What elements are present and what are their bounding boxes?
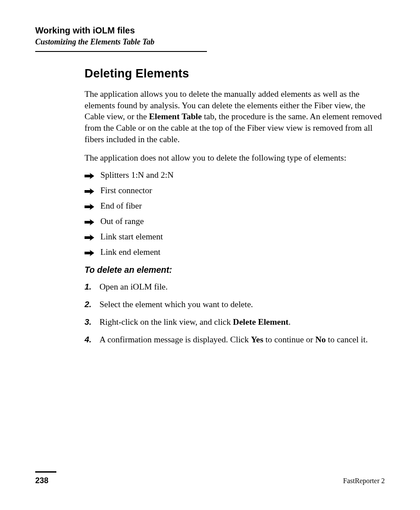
list-item: Splitters 1:N and 2:N <box>85 170 383 180</box>
bullet-text: Link start element <box>100 232 163 242</box>
step-item: 4. A confirmation message is displayed. … <box>85 334 383 345</box>
procedure-title: To delete an element: <box>85 265 383 275</box>
svg-marker-4 <box>85 235 94 241</box>
step4-bold2: No <box>315 335 326 344</box>
intro-paragraph-2: The application does not allow you to de… <box>85 152 383 164</box>
step-number: 1. <box>85 281 93 292</box>
product-name: FastReporter 2 <box>343 477 385 485</box>
header-rule <box>35 51 207 52</box>
step4-mid: to continue or <box>263 335 315 344</box>
footer-row: 238 FastReporter 2 <box>35 476 385 485</box>
bullet-text: Out of range <box>100 216 144 226</box>
step-number: 4. <box>85 334 93 345</box>
intro-paragraph-1: The application allows you to delete the… <box>85 88 383 145</box>
step-text: Select the element which you want to del… <box>99 299 383 310</box>
bullet-text: Link end element <box>100 247 160 257</box>
p1-bold: Element Table <box>149 112 202 121</box>
svg-marker-0 <box>85 173 94 179</box>
step4-before: A confirmation message is displayed. Cli… <box>99 335 251 344</box>
step-number: 3. <box>85 316 93 327</box>
step-text: A confirmation message is displayed. Cli… <box>99 334 383 345</box>
step-item: 2. Select the element which you want to … <box>85 299 383 310</box>
footer-rule <box>35 471 56 473</box>
step3-after: . <box>288 317 291 327</box>
step4-after: to cancel it. <box>326 335 368 344</box>
arrow-icon <box>85 173 94 179</box>
step3-before: Right-click on the link view, and click <box>99 317 233 327</box>
page: Working with iOLM files Customizing the … <box>0 0 420 510</box>
list-item: Link start element <box>85 232 383 242</box>
svg-marker-1 <box>85 188 94 194</box>
page-header: Working with iOLM files Customizing the … <box>35 26 385 52</box>
exclusion-list: Splitters 1:N and 2:N First connector En… <box>85 170 383 257</box>
step-item: 1. Open an iOLM file. <box>85 281 383 293</box>
content-area: Deleting Elements The application allows… <box>85 67 383 345</box>
svg-marker-5 <box>85 250 94 256</box>
page-footer: 238 FastReporter 2 <box>35 471 385 485</box>
list-item: Out of range <box>85 216 383 226</box>
section-heading: Deleting Elements <box>85 67 383 81</box>
bullet-text: First connector <box>100 186 152 195</box>
arrow-icon <box>85 204 94 210</box>
step4-bold1: Yes <box>251 335 263 344</box>
svg-marker-3 <box>85 219 94 225</box>
arrow-icon <box>85 250 94 256</box>
bullet-text: End of fiber <box>100 201 142 211</box>
svg-marker-2 <box>85 204 94 210</box>
bullet-text: Splitters 1:N and 2:N <box>100 170 173 180</box>
procedure-steps: 1. Open an iOLM file. 2. Select the elem… <box>85 281 383 345</box>
chapter-title: Working with iOLM files <box>35 26 385 36</box>
step3-bold: Delete Element <box>233 317 288 327</box>
arrow-icon <box>85 235 94 241</box>
step-text: Open an iOLM file. <box>99 281 383 293</box>
arrow-icon <box>85 219 94 225</box>
section-breadcrumb: Customizing the Elements Table Tab <box>35 37 385 47</box>
list-item: First connector <box>85 186 383 195</box>
step-number: 2. <box>85 299 93 310</box>
list-item: End of fiber <box>85 201 383 211</box>
list-item: Link end element <box>85 247 383 257</box>
step-item: 3. Right-click on the link view, and cli… <box>85 316 383 328</box>
arrow-icon <box>85 188 94 194</box>
step-text: Right-click on the link view, and click … <box>99 316 383 328</box>
page-number: 238 <box>35 476 48 485</box>
